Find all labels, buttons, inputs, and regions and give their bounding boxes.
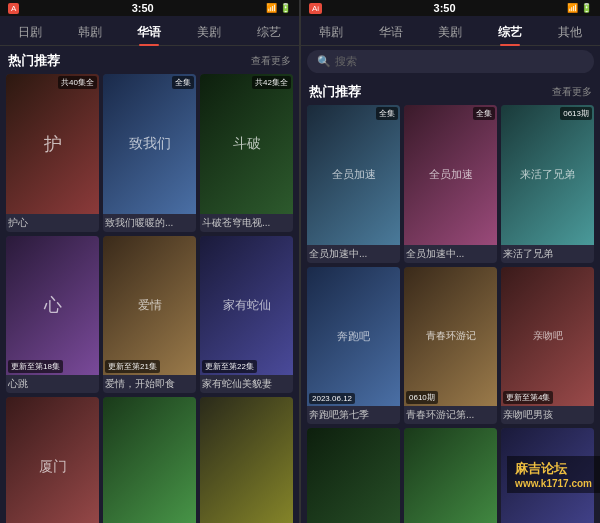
right-card-8[interactable]: [404, 428, 497, 523]
right-card-2-badge: 全集: [473, 107, 495, 120]
left-card-4-img: 心 更新至第18集: [6, 236, 99, 376]
watermark-text: 麻吉论坛: [515, 460, 592, 478]
left-card-2-badge: 全集: [172, 76, 194, 89]
left-card-1-poster: 护 共40集全: [6, 74, 99, 214]
right-card-6[interactable]: 亲吻吧 更新至第4集 亲吻吧男孩: [501, 267, 594, 425]
right-status-bar: Ai 3:50 📶 🔋: [301, 0, 600, 16]
tab-zongyi-left[interactable]: 综艺: [239, 20, 299, 45]
search-placeholder: 搜索: [335, 54, 357, 69]
left-card-3-poster: 斗破 共42集全: [200, 74, 293, 214]
left-battery-icon: 🔋: [280, 3, 291, 13]
right-card-2[interactable]: 全员加速 全集 全员加速中...: [404, 105, 497, 263]
right-card-3-label: 来活了兄弟: [501, 245, 594, 263]
right-tab-qita[interactable]: 其他: [540, 20, 600, 45]
right-card-5-img: 青春环游记 0610期: [404, 267, 497, 407]
right-card-1-img: 全员加速 全集: [307, 105, 400, 245]
right-card-6-label: 亲吻吧男孩: [501, 406, 594, 424]
right-card-6-img: 亲吻吧 更新至第4集: [501, 267, 594, 407]
left-card-6-poster: 家有蛇仙 更新至第22集: [200, 236, 293, 376]
right-tab-zongyi[interactable]: 综艺: [480, 20, 540, 45]
right-card-7-poster: [307, 428, 400, 523]
tab-hanju[interactable]: 韩剧: [60, 20, 120, 45]
left-card-6-badge: 更新至第22集: [202, 360, 257, 373]
right-card-3[interactable]: 来活了兄弟 0613期 来活了兄弟: [501, 105, 594, 263]
left-panel: A 3:50 📶 🔋 日剧 韩剧 华语 美剧 综艺 热门推荐 查看更多: [0, 0, 299, 523]
right-battery-icon: 🔋: [581, 3, 592, 13]
right-card-4-label: 奔跑吧第七季: [307, 406, 400, 424]
left-card-2-label: 致我们暖暖的...: [103, 214, 196, 232]
right-card-5[interactable]: 青春环游记 0610期 青春环游记第...: [404, 267, 497, 425]
tab-riju[interactable]: 日剧: [0, 20, 60, 45]
right-card-3-poster: 来活了兄弟 0613期: [501, 105, 594, 245]
right-card-2-label: 全员加速中...: [404, 245, 497, 263]
right-see-more[interactable]: 查看更多: [552, 85, 592, 99]
right-panel: Ai 3:50 📶 🔋 韩剧 华语 美剧 综艺 其他 🔍 搜索 热门推荐 查看更…: [301, 0, 600, 523]
left-status-left: A: [8, 3, 19, 14]
right-card-8-poster: [404, 428, 497, 523]
right-time: 3:50: [434, 2, 456, 14]
left-card-8-img: [103, 397, 196, 523]
app-wrapper: A 3:50 📶 🔋 日剧 韩剧 华语 美剧 综艺 热门推荐 查看更多: [0, 0, 600, 523]
right-card-2-poster: 全员加速 全集: [404, 105, 497, 245]
right-tab-meiju[interactable]: 美剧: [421, 20, 481, 45]
left-signal-icon: 📶: [266, 3, 277, 13]
left-card-5-label: 爱情，开始即食: [103, 375, 196, 393]
left-card-8-poster: [103, 397, 196, 523]
left-card-3-img: 斗破 共42集全: [200, 74, 293, 214]
left-section-header: 热门推荐 查看更多: [0, 46, 299, 74]
left-card-6-label: 家有蛇仙美貌妻: [200, 375, 293, 393]
left-card-3-label: 斗破苍穹电视...: [200, 214, 293, 232]
right-card-1-poster: 全员加速 全集: [307, 105, 400, 245]
right-signal-icon: 📶: [567, 3, 578, 13]
left-card-7-poster: 厦门: [6, 397, 99, 523]
right-section-header: 热门推荐 查看更多: [301, 77, 600, 105]
left-card-4-badge: 更新至第18集: [8, 360, 63, 373]
left-grid-row3: 厦门 厦门: [0, 397, 299, 523]
left-card-5[interactable]: 爱情 更新至第21集 爱情，开始即食: [103, 236, 196, 394]
watermark-url: www.k1717.com: [515, 478, 592, 489]
left-card-3[interactable]: 斗破 共42集全 斗破苍穹电视...: [200, 74, 293, 232]
left-time: 3:50: [132, 2, 154, 14]
tab-meiju[interactable]: 美剧: [179, 20, 239, 45]
left-card-5-img: 爱情 更新至第21集: [103, 236, 196, 376]
right-grid-row1: 全员加速 全集 全员加速中... 全员加速 全集 全员加速中...: [301, 105, 600, 263]
left-see-more[interactable]: 查看更多: [251, 54, 291, 68]
right-tab-hanju[interactable]: 韩剧: [301, 20, 361, 45]
left-card-4[interactable]: 心 更新至第18集 心跳: [6, 236, 99, 394]
left-card-2[interactable]: 致我们 全集 致我们暖暖的...: [103, 74, 196, 232]
right-card-5-poster: 青春环游记 0610期: [404, 267, 497, 407]
left-card-9[interactable]: [200, 397, 293, 523]
tab-huayu[interactable]: 华语: [120, 20, 180, 45]
left-card-5-poster: 爱情 更新至第21集: [103, 236, 196, 376]
right-app-icon: Ai: [309, 3, 322, 14]
right-card-8-img: [404, 428, 497, 523]
right-card-2-img: 全员加速 全集: [404, 105, 497, 245]
right-card-7[interactable]: [307, 428, 400, 523]
right-card-3-img: 来活了兄弟 0613期: [501, 105, 594, 245]
left-grid-row1: 护 共40集全 护心 致我们 全集 致我们暖暖的...: [0, 74, 299, 232]
left-card-8[interactable]: [103, 397, 196, 523]
left-card-6[interactable]: 家有蛇仙 更新至第22集 家有蛇仙美貌妻: [200, 236, 293, 394]
left-card-9-img: [200, 397, 293, 523]
left-card-7[interactable]: 厦门 厦门: [6, 397, 99, 523]
right-status-right: 📶 🔋: [567, 3, 592, 13]
right-card-5-badge: 0610期: [406, 391, 438, 404]
left-card-1-label: 护心: [6, 214, 99, 232]
left-card-1-img: 护 共40集全: [6, 74, 99, 214]
left-card-4-label: 心跳: [6, 375, 99, 393]
left-status-right: 📶 🔋: [266, 3, 291, 13]
right-card-6-badge: 更新至第4集: [503, 391, 553, 404]
left-card-1-badge: 共40集全: [58, 76, 97, 89]
right-grid-row2: 奔跑吧 2023.06.12 奔跑吧第七季 青春环游记 0610期 青春环游记第…: [301, 267, 600, 425]
left-grid-row2: 心 更新至第18集 心跳 爱情 更新至第21集 爱情，开始即食: [0, 236, 299, 394]
right-card-1[interactable]: 全员加速 全集 全员加速中...: [307, 105, 400, 263]
left-section-title: 热门推荐: [8, 52, 60, 70]
right-card-4[interactable]: 奔跑吧 2023.06.12 奔跑吧第七季: [307, 267, 400, 425]
right-status-left: Ai: [309, 3, 322, 14]
right-card-4-badge: 2023.06.12: [309, 393, 355, 404]
left-status-bar: A 3:50 📶 🔋: [0, 0, 299, 16]
right-search-bar[interactable]: 🔍 搜索: [307, 50, 594, 73]
right-tab-huayu[interactable]: 华语: [361, 20, 421, 45]
left-nav-tabs: 日剧 韩剧 华语 美剧 综艺: [0, 16, 299, 46]
left-card-1[interactable]: 护 共40集全 护心: [6, 74, 99, 232]
